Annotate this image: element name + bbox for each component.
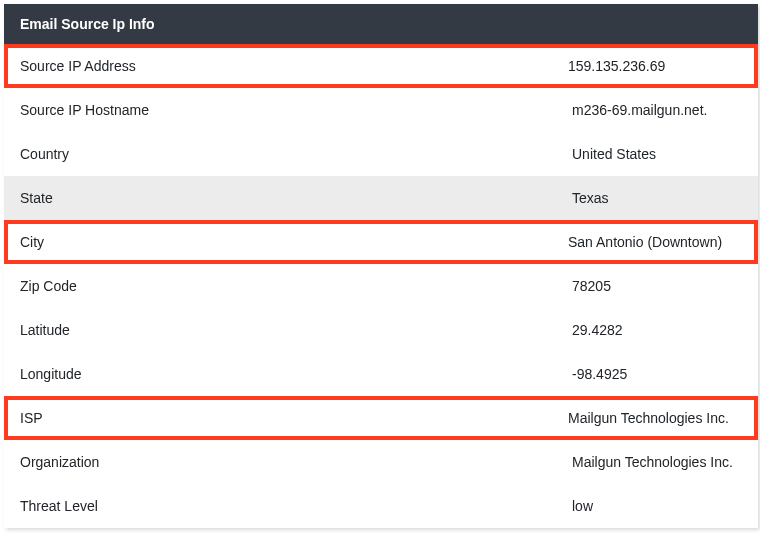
row-value: m236-69.mailgun.net. <box>572 102 742 118</box>
info-row: CitySan Antonio (Downtown) <box>4 220 758 264</box>
row-label: Source IP Address <box>20 58 568 74</box>
info-panel: Email Source Ip Info Source IP Address15… <box>4 4 758 528</box>
row-label: State <box>20 190 572 206</box>
row-value: 78205 <box>572 278 742 294</box>
panel-title: Email Source Ip Info <box>20 16 155 32</box>
row-label: ISP <box>20 410 568 426</box>
row-label: Zip Code <box>20 278 572 294</box>
row-label: Longitude <box>20 366 572 382</box>
row-value: United States <box>572 146 742 162</box>
info-row: StateTexas <box>4 176 758 220</box>
info-row: Latitude29.4282 <box>4 308 758 352</box>
rows-container: Source IP Address159.135.236.69Source IP… <box>4 44 758 528</box>
row-label: Country <box>20 146 572 162</box>
info-row: CountryUnited States <box>4 132 758 176</box>
row-label: Organization <box>20 454 572 470</box>
row-value: low <box>572 498 742 514</box>
row-value: Mailgun Technologies Inc. <box>568 410 742 426</box>
info-row: ISPMailgun Technologies Inc. <box>4 396 758 440</box>
row-label: Latitude <box>20 322 572 338</box>
row-label: City <box>20 234 568 250</box>
row-value: San Antonio (Downtown) <box>568 234 742 250</box>
row-value: Texas <box>572 190 742 206</box>
info-row: Source IP Address159.135.236.69 <box>4 44 758 88</box>
row-value: 159.135.236.69 <box>568 58 742 74</box>
info-row: Source IP Hostnamem236-69.mailgun.net. <box>4 88 758 132</box>
panel-header: Email Source Ip Info <box>4 4 758 44</box>
info-row: Longitude-98.4925 <box>4 352 758 396</box>
info-row: Threat Levellow <box>4 484 758 528</box>
row-value: -98.4925 <box>572 366 742 382</box>
row-value: 29.4282 <box>572 322 742 338</box>
info-row: Zip Code78205 <box>4 264 758 308</box>
row-label: Source IP Hostname <box>20 102 572 118</box>
row-value: Mailgun Technologies Inc. <box>572 454 742 470</box>
info-row: OrganizationMailgun Technologies Inc. <box>4 440 758 484</box>
row-label: Threat Level <box>20 498 572 514</box>
